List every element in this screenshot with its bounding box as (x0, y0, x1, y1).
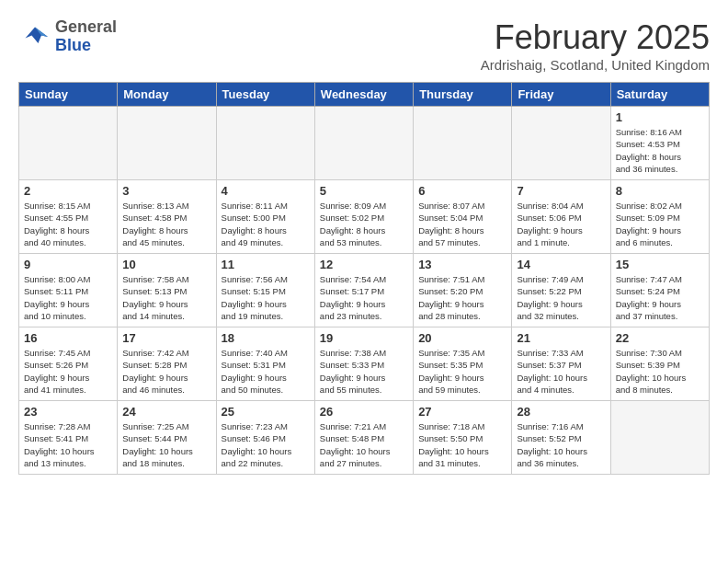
calendar-day-cell: 27Sunrise: 7:18 AM Sunset: 5:50 PM Dayli… (414, 401, 512, 475)
calendar-day-cell: 5Sunrise: 8:09 AM Sunset: 5:02 PM Daylig… (314, 180, 413, 254)
calendar-day-cell: 10Sunrise: 7:58 AM Sunset: 5:13 PM Dayli… (118, 254, 216, 327)
day-number: 27 (418, 405, 506, 419)
day-number: 1 (616, 110, 704, 124)
day-number: 21 (517, 331, 605, 345)
day-info: Sunrise: 7:33 AM Sunset: 5:37 PM Dayligh… (517, 347, 605, 396)
calendar-day-cell: 8Sunrise: 8:02 AM Sunset: 5:09 PM Daylig… (610, 180, 709, 254)
calendar-body: 1Sunrise: 8:16 AM Sunset: 4:53 PM Daylig… (19, 107, 710, 475)
day-number: 23 (24, 405, 112, 419)
calendar-day-cell (216, 107, 314, 180)
page-header: General Blue February 2025 Ardrishaig, S… (18, 18, 710, 73)
day-number: 5 (320, 184, 408, 198)
day-info: Sunrise: 8:11 AM Sunset: 5:00 PM Dayligh… (222, 200, 310, 248)
calendar-title: February 2025 (481, 18, 710, 57)
calendar-day-cell (314, 107, 413, 180)
calendar-week-row: 1Sunrise: 8:16 AM Sunset: 4:53 PM Daylig… (19, 107, 710, 180)
calendar-header-row: SundayMondayTuesdayWednesdayThursdayFrid… (19, 83, 710, 107)
day-info: Sunrise: 7:18 AM Sunset: 5:50 PM Dayligh… (418, 420, 506, 469)
day-number: 20 (418, 331, 506, 345)
calendar-header-cell: Wednesday (314, 83, 413, 107)
day-number: 13 (418, 258, 506, 271)
day-info: Sunrise: 8:04 AM Sunset: 5:06 PM Dayligh… (517, 200, 605, 248)
day-info: Sunrise: 7:45 AM Sunset: 5:26 PM Dayligh… (24, 347, 112, 396)
calendar-day-cell: 20Sunrise: 7:35 AM Sunset: 5:35 PM Dayli… (414, 327, 512, 401)
day-info: Sunrise: 8:02 AM Sunset: 5:09 PM Dayligh… (616, 200, 704, 248)
day-number: 10 (122, 258, 210, 271)
calendar-day-cell: 2Sunrise: 8:15 AM Sunset: 4:55 PM Daylig… (19, 180, 118, 254)
calendar-day-cell (118, 107, 216, 180)
calendar-day-cell: 23Sunrise: 7:28 AM Sunset: 5:41 PM Dayli… (19, 401, 118, 475)
calendar-day-cell: 25Sunrise: 7:23 AM Sunset: 5:46 PM Dayli… (216, 401, 314, 475)
calendar-week-row: 9Sunrise: 8:00 AM Sunset: 5:11 PM Daylig… (19, 254, 710, 327)
day-info: Sunrise: 7:38 AM Sunset: 5:33 PM Dayligh… (320, 347, 408, 396)
calendar-day-cell: 24Sunrise: 7:25 AM Sunset: 5:44 PM Dayli… (118, 401, 216, 475)
day-info: Sunrise: 7:40 AM Sunset: 5:31 PM Dayligh… (222, 347, 310, 396)
calendar-header-cell: Saturday (610, 83, 709, 107)
day-info: Sunrise: 7:35 AM Sunset: 5:35 PM Dayligh… (418, 347, 506, 396)
calendar-table: SundayMondayTuesdayWednesdayThursdayFrid… (18, 82, 710, 475)
calendar-header-cell: Monday (118, 83, 216, 107)
logo-icon (18, 24, 51, 50)
day-number: 17 (122, 331, 210, 345)
day-info: Sunrise: 8:00 AM Sunset: 5:11 PM Dayligh… (24, 273, 112, 322)
day-number: 8 (616, 184, 704, 198)
day-info: Sunrise: 7:54 AM Sunset: 5:17 PM Dayligh… (320, 273, 408, 322)
calendar-day-cell: 19Sunrise: 7:38 AM Sunset: 5:33 PM Dayli… (314, 327, 413, 401)
calendar-day-cell: 26Sunrise: 7:21 AM Sunset: 5:48 PM Dayli… (314, 401, 413, 475)
logo: General Blue (18, 18, 117, 55)
calendar-day-cell: 14Sunrise: 7:49 AM Sunset: 5:22 PM Dayli… (512, 254, 610, 327)
calendar-day-cell: 17Sunrise: 7:42 AM Sunset: 5:28 PM Dayli… (118, 327, 216, 401)
day-info: Sunrise: 7:58 AM Sunset: 5:13 PM Dayligh… (122, 273, 210, 322)
day-info: Sunrise: 7:56 AM Sunset: 5:15 PM Dayligh… (222, 273, 310, 322)
day-number: 9 (24, 258, 112, 271)
calendar-day-cell: 3Sunrise: 8:13 AM Sunset: 4:58 PM Daylig… (118, 180, 216, 254)
calendar-week-row: 23Sunrise: 7:28 AM Sunset: 5:41 PM Dayli… (19, 401, 710, 475)
calendar-header-cell: Tuesday (216, 83, 314, 107)
calendar-day-cell (19, 107, 118, 180)
calendar-day-cell: 1Sunrise: 8:16 AM Sunset: 4:53 PM Daylig… (610, 107, 709, 180)
day-info: Sunrise: 7:28 AM Sunset: 5:41 PM Dayligh… (24, 420, 112, 469)
day-number: 4 (222, 184, 310, 198)
calendar-day-cell (610, 401, 709, 475)
calendar-day-cell: 18Sunrise: 7:40 AM Sunset: 5:31 PM Dayli… (216, 327, 314, 401)
day-number: 19 (320, 331, 408, 345)
calendar-day-cell: 22Sunrise: 7:30 AM Sunset: 5:39 PM Dayli… (610, 327, 709, 401)
day-info: Sunrise: 7:25 AM Sunset: 5:44 PM Dayligh… (122, 420, 210, 469)
day-number: 6 (418, 184, 506, 198)
day-number: 16 (24, 331, 112, 345)
day-info: Sunrise: 7:51 AM Sunset: 5:20 PM Dayligh… (418, 273, 506, 322)
calendar-day-cell (414, 107, 512, 180)
calendar-day-cell: 12Sunrise: 7:54 AM Sunset: 5:17 PM Dayli… (314, 254, 413, 327)
day-info: Sunrise: 8:13 AM Sunset: 4:58 PM Dayligh… (122, 200, 210, 248)
calendar-day-cell: 4Sunrise: 8:11 AM Sunset: 5:00 PM Daylig… (216, 180, 314, 254)
day-number: 2 (24, 184, 112, 198)
calendar-day-cell (512, 107, 610, 180)
day-number: 3 (122, 184, 210, 198)
day-info: Sunrise: 7:16 AM Sunset: 5:52 PM Dayligh… (517, 420, 605, 469)
day-number: 28 (517, 405, 605, 419)
calendar-day-cell: 21Sunrise: 7:33 AM Sunset: 5:37 PM Dayli… (512, 327, 610, 401)
calendar-subtitle: Ardrishaig, Scotland, United Kingdom (481, 57, 710, 73)
calendar-week-row: 16Sunrise: 7:45 AM Sunset: 5:26 PM Dayli… (19, 327, 710, 401)
day-number: 22 (616, 331, 704, 345)
day-info: Sunrise: 7:42 AM Sunset: 5:28 PM Dayligh… (122, 347, 210, 396)
calendar-day-cell: 15Sunrise: 7:47 AM Sunset: 5:24 PM Dayli… (610, 254, 709, 327)
day-info: Sunrise: 7:23 AM Sunset: 5:46 PM Dayligh… (222, 420, 310, 469)
day-info: Sunrise: 7:30 AM Sunset: 5:39 PM Dayligh… (616, 347, 704, 396)
day-info: Sunrise: 8:09 AM Sunset: 5:02 PM Dayligh… (320, 200, 408, 248)
day-info: Sunrise: 7:49 AM Sunset: 5:22 PM Dayligh… (517, 273, 605, 322)
day-info: Sunrise: 8:16 AM Sunset: 4:53 PM Dayligh… (616, 126, 704, 175)
day-number: 14 (517, 258, 605, 271)
calendar-day-cell: 28Sunrise: 7:16 AM Sunset: 5:52 PM Dayli… (512, 401, 610, 475)
day-number: 24 (122, 405, 210, 419)
calendar-day-cell: 16Sunrise: 7:45 AM Sunset: 5:26 PM Dayli… (19, 327, 118, 401)
day-number: 12 (320, 258, 408, 271)
day-number: 7 (517, 184, 605, 198)
day-number: 15 (616, 258, 704, 271)
calendar-day-cell: 6Sunrise: 8:07 AM Sunset: 5:04 PM Daylig… (414, 180, 512, 254)
day-info: Sunrise: 7:47 AM Sunset: 5:24 PM Dayligh… (616, 273, 704, 322)
day-info: Sunrise: 8:07 AM Sunset: 5:04 PM Dayligh… (418, 200, 506, 248)
day-info: Sunrise: 7:21 AM Sunset: 5:48 PM Dayligh… (320, 420, 408, 469)
calendar-day-cell: 7Sunrise: 8:04 AM Sunset: 5:06 PM Daylig… (512, 180, 610, 254)
calendar-week-row: 2Sunrise: 8:15 AM Sunset: 4:55 PM Daylig… (19, 180, 710, 254)
